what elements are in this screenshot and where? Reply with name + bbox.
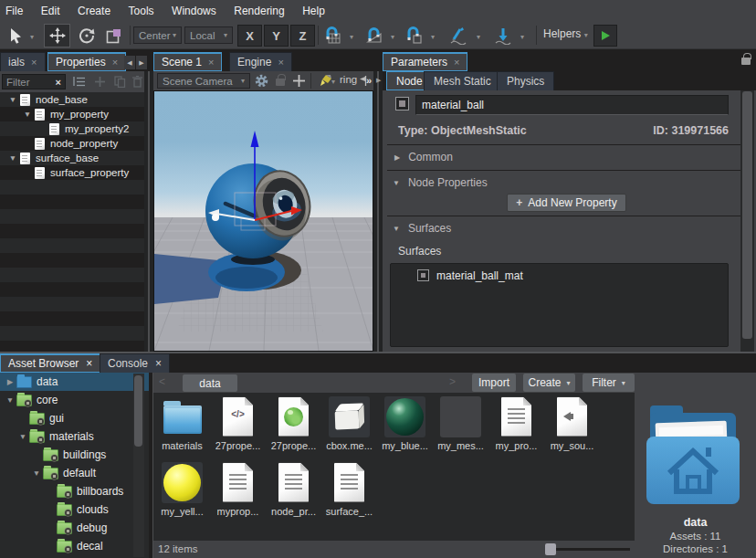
breadcrumb-data[interactable]: data xyxy=(183,374,237,392)
add-property-icon[interactable] xyxy=(95,77,105,87)
property-tree-item[interactable]: ▼ surface_base xyxy=(0,151,144,165)
asset-tree-item[interactable]: ▼ core xyxy=(0,391,149,409)
surface-item-label[interactable]: material_ball_mat xyxy=(436,269,523,282)
asset-item[interactable]: materials xyxy=(154,393,210,458)
tab-scroll-right-button[interactable]: ▶ xyxy=(136,56,147,69)
tab-properties[interactable]: Properties× xyxy=(47,52,126,71)
left-splitter[interactable] xyxy=(144,71,153,352)
parameters-scrollbar-handle[interactable] xyxy=(742,91,752,339)
property-tree-item[interactable]: my_property2 xyxy=(0,121,144,136)
section-common[interactable]: ▶Common xyxy=(394,151,453,163)
menu-item[interactable]: Rendering xyxy=(234,5,284,17)
asset-tree-item[interactable]: billboards xyxy=(0,482,149,500)
ring-selector-label[interactable]: ring xyxy=(340,74,357,85)
expander-icon[interactable]: ▶ xyxy=(4,377,16,386)
select-tool-button[interactable] xyxy=(4,24,27,47)
asset-item[interactable]: my_pro... xyxy=(488,393,544,458)
scale-tool-button[interactable] xyxy=(101,24,126,47)
menu-item[interactable]: Windows xyxy=(172,5,216,17)
expander-icon[interactable]: ▼ xyxy=(20,110,35,119)
asset-item[interactable]: myprop... xyxy=(210,458,266,524)
property-tree-item[interactable]: ▼ node_base xyxy=(0,92,144,107)
move-tool-button[interactable] xyxy=(44,24,70,47)
brush-caret-icon[interactable]: ▾ xyxy=(331,78,335,86)
delete-property-icon[interactable] xyxy=(132,76,142,88)
camera-settings-gear-icon[interactable] xyxy=(255,74,268,88)
tab-parameters[interactable]: Parameters× xyxy=(383,52,467,71)
tab-scene1[interactable]: Scene 1× xyxy=(153,52,222,71)
clear-filter-icon[interactable]: × xyxy=(56,77,61,88)
expander-icon[interactable]: ▼ xyxy=(4,395,16,405)
helpers-dropdown[interactable]: Helpers ▾ xyxy=(543,27,588,40)
pivot-dropdown[interactable]: Center▾ xyxy=(133,26,182,44)
asset-tree-item[interactable]: gui xyxy=(0,409,149,427)
close-icon[interactable]: × xyxy=(86,357,92,370)
property-tree-item[interactable]: ▼ my_property xyxy=(0,107,144,121)
asset-item[interactable]: node_pr... xyxy=(266,458,321,524)
asset-tree-item[interactable]: buildings xyxy=(0,446,149,464)
close-icon[interactable]: × xyxy=(208,57,214,68)
add-new-property-button[interactable]: +Add New Property xyxy=(507,194,626,212)
snap-grid-button[interactable] xyxy=(321,24,345,47)
add-camera-icon[interactable] xyxy=(293,75,305,87)
asset-tree-item[interactable]: debug xyxy=(0,519,149,537)
asset-tree-item[interactable]: ▶ data xyxy=(0,373,149,391)
axis-z-button[interactable]: Z xyxy=(290,25,315,47)
axis-y-button[interactable]: Y xyxy=(264,25,289,47)
node-placement-button[interactable] xyxy=(446,24,471,47)
subtab-physics[interactable]: Physics xyxy=(497,71,554,90)
close-icon[interactable]: × xyxy=(278,57,283,68)
snap-grid-caret[interactable]: ▾ xyxy=(350,33,353,41)
expander-icon[interactable]: ▼ xyxy=(16,432,29,441)
asset-tree-scrollbar-handle[interactable] xyxy=(134,375,142,447)
tab-materials-cut[interactable]: ials× xyxy=(0,52,46,71)
drop-to-ground-caret[interactable]: ▾ xyxy=(520,33,524,41)
thumbnail-size-slider-handle[interactable] xyxy=(545,543,556,555)
asset-item[interactable]: cbox.me... xyxy=(321,393,377,458)
surface-checkbox[interactable] xyxy=(417,269,429,281)
drop-to-ground-button[interactable] xyxy=(491,24,515,47)
property-tree-item[interactable]: surface_property xyxy=(0,165,144,180)
tab-asset-browser[interactable]: Asset Browser× xyxy=(0,353,100,373)
back-icon[interactable]: < xyxy=(159,375,165,388)
asset-tree-item[interactable]: ▼ default xyxy=(0,464,149,482)
axis-x-button[interactable]: X xyxy=(237,25,262,47)
asset-tree-item[interactable]: ▼ materials xyxy=(0,427,149,446)
hierarchy-icon[interactable] xyxy=(73,77,86,87)
toolbar-overflow-icon[interactable]: » xyxy=(366,75,372,86)
create-button[interactable]: Create▾ xyxy=(523,374,575,392)
play-button[interactable] xyxy=(593,25,617,47)
property-tree-item[interactable]: node_property xyxy=(0,136,144,151)
snap-surface-button[interactable] xyxy=(402,24,426,47)
node-enabled-checkbox[interactable] xyxy=(395,97,409,111)
clone-property-icon[interactable] xyxy=(114,76,126,88)
close-icon[interactable]: × xyxy=(454,57,459,68)
close-icon[interactable]: × xyxy=(155,357,162,370)
expander-icon[interactable]: ▼ xyxy=(5,153,20,163)
tab-console[interactable]: Console× xyxy=(100,353,170,373)
asset-item[interactable]: my_mes... xyxy=(433,393,488,458)
section-surfaces[interactable]: ▼Surfaces xyxy=(393,222,451,235)
expander-icon[interactable]: ▼ xyxy=(30,469,43,478)
viewport-3d[interactable] xyxy=(153,90,373,352)
select-tool-caret[interactable]: ▾ xyxy=(30,33,34,41)
menu-item[interactable]: Tools xyxy=(129,5,154,17)
section-node-properties[interactable]: ▼Node Properties xyxy=(393,176,488,189)
import-button[interactable]: Import xyxy=(472,374,516,392)
menu-item[interactable]: Help xyxy=(302,5,325,17)
subtab-mesh-static[interactable]: Mesh Static xyxy=(424,71,501,90)
close-icon[interactable]: × xyxy=(31,57,37,68)
asset-item[interactable]: my_sou... xyxy=(544,393,600,458)
menu-item[interactable]: File xyxy=(5,5,23,17)
brush-icon[interactable] xyxy=(318,74,332,88)
snap-angle-caret[interactable]: ▾ xyxy=(391,33,394,41)
menu-item[interactable]: Create xyxy=(78,5,110,17)
asset-item[interactable]: my_yell... xyxy=(154,458,210,524)
filter-input[interactable]: Filter× xyxy=(2,74,66,89)
filter-button[interactable]: Filter▾ xyxy=(583,374,635,392)
forward-icon[interactable]: > xyxy=(449,375,456,388)
right-splitter[interactable] xyxy=(373,71,383,352)
tab-engine[interactable]: Engine× xyxy=(229,52,292,71)
asset-tree-item[interactable]: clouds xyxy=(0,500,149,519)
snap-angle-button[interactable] xyxy=(362,24,386,47)
